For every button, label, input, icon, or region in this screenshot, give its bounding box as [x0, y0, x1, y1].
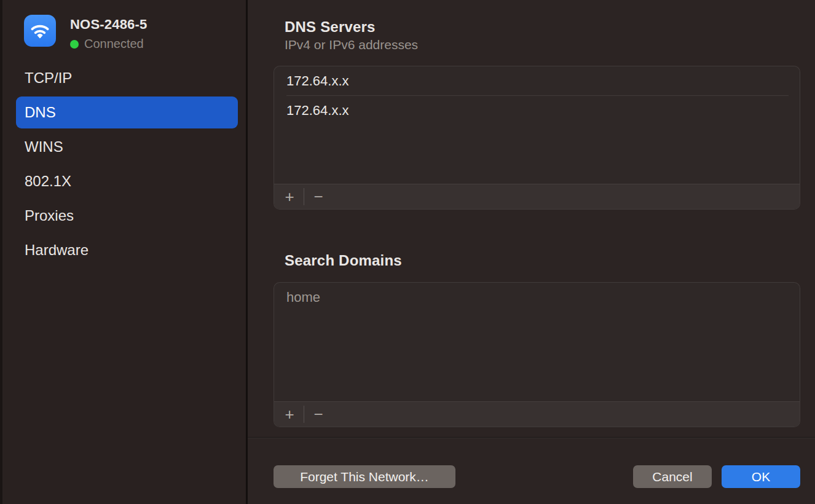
ok-button[interactable]: OK	[722, 465, 800, 488]
search-domain-row[interactable]: home	[274, 283, 800, 312]
sidebar-item-tcpip[interactable]: TCP/IP	[16, 62, 238, 94]
dns-servers-list-toolbar: + −	[274, 184, 800, 209]
dns-server-row[interactable]: 172.64.x.x	[274, 66, 800, 95]
forget-network-button[interactable]: Forget This Network…	[274, 465, 455, 488]
dns-settings-panel: DNS Servers IPv4 or IPv6 addresses 172.6…	[248, 0, 815, 504]
sidebar-item-dns[interactable]: DNS	[16, 96, 238, 128]
cancel-button[interactable]: Cancel	[633, 465, 712, 488]
sidebar-item-wins[interactable]: WINS	[16, 131, 238, 163]
footer-separator-highlight	[248, 438, 815, 438]
search-domains-list-toolbar: + −	[274, 401, 800, 427]
dns-servers-title: DNS Servers	[285, 18, 376, 36]
add-dns-server-button[interactable]: +	[275, 184, 304, 209]
dns-servers-list: 172.64.x.x 172.64.x.x + −	[274, 66, 800, 210]
connected-status-dot	[70, 40, 79, 49]
wifi-icon	[24, 15, 56, 47]
network-header: NOS-2486-5 Connected	[24, 15, 148, 51]
search-domains-list: home + −	[274, 282, 800, 427]
remove-dns-server-button[interactable]: −	[304, 184, 333, 209]
sidebar-item-hardware[interactable]: Hardware	[16, 234, 238, 266]
connection-status-label: Connected	[84, 37, 144, 51]
dns-servers-subtitle: IPv4 or IPv6 addresses	[285, 37, 418, 52]
dns-server-row[interactable]: 172.64.x.x	[274, 96, 800, 125]
remove-search-domain-button[interactable]: −	[304, 402, 333, 427]
sidebar-item-proxies[interactable]: Proxies	[16, 200, 238, 232]
search-domains-title: Search Domains	[285, 252, 402, 269]
add-search-domain-button[interactable]: +	[275, 402, 304, 427]
sidebar-item-8021x[interactable]: 802.1X	[16, 165, 238, 197]
settings-nav: TCP/IP DNS WINS 802.1X Proxies Hardware	[16, 62, 238, 269]
sidebar: NOS-2486-5 Connected TCP/IP DNS WINS 802…	[2, 0, 246, 504]
network-name: NOS-2486-5	[70, 17, 148, 33]
